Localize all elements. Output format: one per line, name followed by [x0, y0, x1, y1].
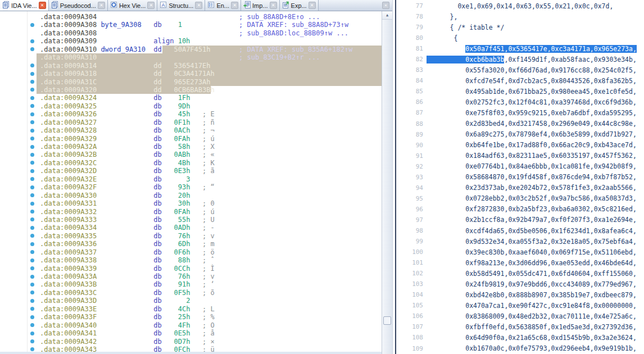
code-line[interactable]: 89 0x6a89c275,0x78798ef4,0x6b3e5899,0xdd…	[397, 129, 644, 140]
code-line[interactable]: 77 0xe1,0x69,0x14,0x63,0x55,0x21,0x0c,0x…	[397, 1, 644, 11]
code-line[interactable]: 79 { /* itable */	[397, 22, 644, 33]
code-line[interactable]: 84 0xfcd7e54f,0xd7cb2ac5,0x80443526,0x8f…	[397, 75, 644, 86]
tab-enums[interactable]: En...✕	[205, 0, 241, 11]
code-line[interactable]: 97 0x2b1ccf8a,0x92b479a7,0xf0f207f3,0xa1…	[397, 215, 644, 225]
code-line[interactable]: 83 0x55fa3020,0xf66d76ad,0x9176cc88,0x25…	[397, 65, 644, 75]
code-line[interactable]: 95 0x0728ebb2,0x03c2b52f,0x9a7bc586,0xa5…	[397, 193, 644, 204]
code-line[interactable]: 93 0x58684870,0x19fd458f,0x876cde94,0xb7…	[397, 172, 644, 183]
listing-line[interactable]: .data:0009A31C dd 965E273Ah	[0, 78, 382, 86]
listing-line[interactable]: .data:0009A33F db 25h ; %	[0, 313, 382, 321]
listing-line[interactable]: .data:0009A324 db 1Fh	[0, 94, 382, 102]
listing-line[interactable]: .data:0009A341 db 0E5h ; å	[0, 329, 382, 337]
listing-line[interactable]: .data:0009A340 db 4Fh ; O	[0, 321, 382, 329]
listing-line[interactable]: .data:0009A335 db 76h ; v	[0, 232, 382, 240]
listing-line[interactable]: .data:0009A304 ; sub_88A8D+8E↑o ...	[0, 13, 382, 21]
tab-close-icon[interactable]: ✕	[231, 2, 238, 9]
code-line[interactable]: 104 0xbd42e8b0,0x888b8907,0x385b19e7,0xd…	[397, 289, 644, 300]
listing-line-text: .data:0009A32B db 0ABh ; «	[40, 151, 215, 158]
listing-line[interactable]: .data:0009A331 db 30h ; 0	[0, 199, 382, 207]
disassembly-listing[interactable]: .data:0009A304 ; sub_88A8D+8E↑o ....data…	[0, 11, 382, 354]
listing-line[interactable]: .data:0009A329 db 0FAh ; ú	[0, 135, 382, 143]
listing-line[interactable]: .data:0009A33B db 91h ; ‘	[0, 280, 382, 288]
listing-line[interactable]: .data:0009A339 db 0CCh ; Ì	[0, 265, 382, 273]
tab-hex-view[interactable]: Hex Vie...✕	[108, 0, 158, 11]
tab-label: Exp...	[291, 2, 307, 9]
code-line[interactable]: 78 },	[397, 11, 644, 22]
code-line[interactable]: 109 0xb1670a0c,0x0fe75793,0xd296eeb4,0x9…	[397, 343, 644, 354]
code-line[interactable]: 106 0x83868009,0x48ed2b32,0xac70111e,0x4…	[397, 311, 644, 321]
code-line[interactable]: 86 0x02752fc3,0x12f04c81,0xa397468d,0xc6…	[397, 97, 644, 107]
listing-line[interactable]: .data:0009A342 db 0D7h ; ×	[0, 338, 382, 346]
listing-line[interactable]: .data:0009A338 db 88h ; ˆ	[0, 256, 382, 264]
listing-line[interactable]: .data:0009A325 db 9Dh	[0, 102, 382, 110]
tab-structures[interactable]: AStructu...✕	[157, 0, 205, 11]
code-line[interactable]: 92 0xe07764b1,0x84ae6bbb,0x1ca081fe,0x94…	[397, 161, 644, 172]
listing-line[interactable]: .data:0009A309 align 10h	[0, 37, 382, 45]
code-line[interactable]: 82 0xcb6bab3b,0xf1459d1f,0xab58faac,0x93…	[397, 54, 644, 65]
listing-line[interactable]: .data:0009A32C db 4Bh ; K	[0, 159, 382, 167]
code-line[interactable]: 103 0x24fb9819,0x97e9bdd6,0xcc434089,0x7…	[397, 279, 644, 289]
listing-line[interactable]: .data:0009A32F db 93h ; “	[0, 183, 382, 191]
listing-line[interactable]: .data:0009A337 db 0F6h ; ö	[0, 248, 382, 256]
listing-line[interactable]: .data:0009A328 db 0ACh ; ¬	[0, 126, 382, 134]
listing-line[interactable]: .data:0009A310 ; sub_83C19+B2↑r ...	[0, 53, 382, 61]
listing-line[interactable]: .data:0009A330 db 20h	[0, 192, 382, 199]
listing-line[interactable]: .data:0009A308 byte_9A308 db 1 ; DATA XR…	[0, 21, 382, 29]
panel-close-icon[interactable]: ✕	[382, 2, 389, 9]
source-code-view[interactable]: 77 0xe1,0x69,0x14,0x63,0x55,0x21,0x0c,0x…	[397, 0, 644, 354]
code-line[interactable]: 91 0x184adf63,0x82311ae5,0x60335197,0x45…	[397, 151, 644, 161]
tab-close-icon[interactable]: ✕	[98, 2, 105, 9]
listing-line[interactable]: .data:0009A32B db 0ABh ; «	[0, 151, 382, 158]
tab-close-icon[interactable]: ✕	[270, 2, 277, 9]
code-line[interactable]: 105 0x470a7ca1,0xe90f427c,0xc91e84f8,0x0…	[397, 300, 644, 311]
listing-line[interactable]: .data:0009A326 db 45h ; E	[0, 110, 382, 118]
tab-exports[interactable]: Exp...✕	[280, 0, 319, 11]
code-line[interactable]: 107 0xfbff0efd,0x5638850f,0x1ed5ae3d,0x2…	[397, 321, 644, 332]
listing-line[interactable]: .data:0009A32A db 58h ; X	[0, 143, 382, 151]
line-dot-marker-icon	[30, 185, 34, 189]
tab-close-icon[interactable]: ✕	[309, 2, 316, 9]
horizontal-scrollbar[interactable]	[0, 352, 382, 354]
listing-line[interactable]: .data:0009A32D db 0E3h ; ã	[0, 167, 382, 175]
code-line[interactable]: 90 0xb64fe1be,0x17ad88f0,0x66ac20c9,0xb4…	[397, 140, 644, 151]
listing-line[interactable]: .data:0009A32E db 3	[0, 175, 382, 183]
listing-line[interactable]: .data:0009A314 dd 5365417Eh	[0, 62, 382, 70]
tab-close-icon[interactable]: ✕	[147, 2, 155, 9]
listing-line[interactable]: .data:0009A320 dd 0CB6BAB3Bh	[0, 86, 382, 94]
code-line[interactable]: 81 0x50a7f451,0x5365417e,0xc3a4171a,0x96…	[397, 43, 644, 54]
listing-line[interactable]: .data:0009A33D db 2	[0, 297, 382, 305]
vertical-scrollbar[interactable]: ▲	[382, 11, 392, 354]
code-line[interactable]: 94 0x23d373ab,0xe2024b72,0x578f1fe3,0x2a…	[397, 183, 644, 193]
code-line[interactable]: 96 0xf2872830,0xb2a5bf23,0xba6a0302,0x5c…	[397, 204, 644, 215]
listing-line[interactable]: .data:0009A33C db 0F5h ; õ	[0, 289, 382, 297]
scroll-up-icon[interactable]: ▲	[382, 11, 392, 20]
code-line[interactable]: 101 0xf98a213e,0x3d06dd96,0xae053edd,0x4…	[397, 257, 644, 268]
code-line[interactable]: 100 0x39ec830b,0xaaef6040,0x069f715e,0x5…	[397, 247, 644, 257]
tab-close-icon[interactable]: ✕	[39, 2, 46, 9]
tab-close-icon[interactable]: ✕	[195, 2, 202, 9]
scroll-thumb[interactable]	[383, 316, 391, 325]
listing-line[interactable]: .data:0009A336 db 6Dh ; m	[0, 240, 382, 248]
listing-line[interactable]: .data:0009A310 dword_9A310 dd 50A7F451h …	[0, 46, 382, 53]
listing-line[interactable]: .data:0009A333 db 55h ; U	[0, 216, 382, 224]
code-line[interactable]: 87 0xe75f8f03,0x959c9215,0xeb7a6dbf,0xda…	[397, 107, 644, 118]
listing-line[interactable]: .data:0009A33A db 76h ; v	[0, 273, 382, 280]
code-line[interactable]: 102 0xb58d5491,0x055dc471,0x6fd40604,0xf…	[397, 268, 644, 279]
code-line[interactable]: 85 0x495ab1de,0x671bba25,0x980eea45,0xe1…	[397, 86, 644, 97]
tab-imports[interactable]: Imp...✕	[241, 0, 280, 11]
code-line[interactable]: 80 {	[397, 33, 644, 43]
code-line[interactable]: 108 0x64d90f0a,0x21a65c68,0xd1545b9b,0x3…	[397, 332, 644, 343]
tab-ida-view[interactable]: IDA Vie...✕	[0, 0, 49, 11]
listing-line[interactable]: .data:0009A308 ; sub_88A8D:loc_88B09↑w .…	[0, 29, 382, 37]
line-number: 88	[397, 120, 423, 128]
listing-line[interactable]: .data:0009A327 db 0F1h ; ñ	[0, 119, 382, 126]
pane-divider[interactable]	[392, 0, 397, 354]
code-line[interactable]: 88 0x2d83bed4,0xd3217458,0x2969e049,0x44…	[397, 119, 644, 129]
listing-line[interactable]: .data:0009A33E db 4Ch ; L	[0, 305, 382, 313]
tab-pseudocode[interactable]: Pseudocod...✕	[49, 0, 108, 11]
listing-line[interactable]: .data:0009A334 db 0ADh ; -	[0, 224, 382, 232]
listing-line[interactable]: .data:0009A318 dd 0C3A4171Ah	[0, 70, 382, 78]
code-line[interactable]: 99 0x9d532e34,0xa055f3a2,0x32e18a05,0x75…	[397, 236, 644, 247]
code-line[interactable]: 98 0xcdf4da65,0xd5be0506,0x1f6234d1,0x8a…	[397, 225, 644, 236]
listing-line[interactable]: .data:0009A332 db 0FAh ; ú	[0, 208, 382, 216]
